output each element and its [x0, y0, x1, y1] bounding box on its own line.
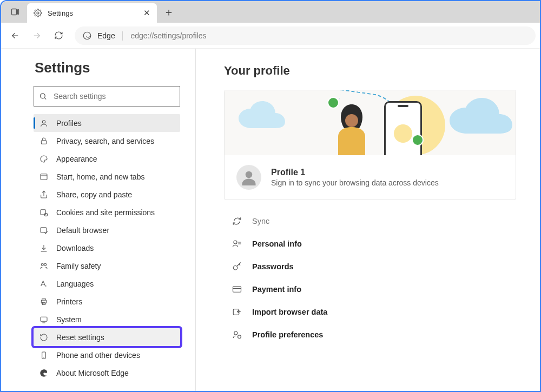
sidebar-item-appearance[interactable]: Appearance	[34, 150, 180, 168]
sidebar-item-reset-settings[interactable]: Reset settings	[34, 328, 180, 346]
page-title: Settings	[35, 59, 180, 76]
credit-card-icon	[232, 284, 242, 294]
lock-icon	[39, 137, 49, 145]
svg-point-17	[345, 114, 358, 127]
svg-rect-21	[233, 287, 241, 293]
sidebar-item-family[interactable]: Family safety	[34, 257, 180, 275]
sidebar-item-start[interactable]: Start, home, and new tabs	[34, 168, 180, 185]
profile-row[interactable]: Profile 1 Sign in to sync your browsing …	[225, 155, 516, 200]
tab-title: Settings	[48, 9, 73, 17]
family-icon	[39, 262, 49, 270]
svg-rect-7	[41, 174, 47, 180]
option-label: Sync	[252, 217, 269, 225]
svg-point-24	[238, 335, 241, 338]
sidebar-item-label: Start, home, and new tabs	[56, 172, 144, 181]
svg-point-20	[233, 266, 237, 270]
option-label: Profile preferences	[252, 330, 323, 339]
option-payment-info[interactable]: Payment info	[224, 278, 516, 301]
option-personal-info[interactable]: Personal info	[224, 232, 516, 255]
sidebar-item-label: Share, copy and paste	[56, 190, 132, 199]
download-icon	[39, 244, 49, 253]
new-tab-button[interactable]: ＋	[163, 5, 174, 19]
gear-icon	[34, 9, 42, 17]
back-button[interactable]	[5, 26, 25, 45]
refresh-button[interactable]	[49, 26, 68, 45]
sidebar-item-share[interactable]: Share, copy and paste	[34, 185, 180, 203]
search-icon	[39, 92, 47, 101]
profile-card: Profile 1 Sign in to sync your browsing …	[224, 90, 516, 200]
sidebar-item-default-browser[interactable]: Default browser	[34, 221, 180, 239]
sidebar-item-label: Reset settings	[56, 333, 104, 342]
sidebar-item-label: Downloads	[56, 244, 94, 253]
printer-icon	[39, 297, 49, 306]
svg-point-3	[83, 32, 91, 39]
svg-point-19	[234, 241, 237, 244]
svg-rect-15	[41, 317, 47, 321]
palette-icon	[39, 155, 49, 163]
sync-icon	[232, 216, 242, 226]
search-input[interactable]	[34, 86, 180, 107]
cookie-gear-icon	[39, 208, 49, 217]
phone-illustration	[384, 101, 422, 155]
option-passwords[interactable]: Passwords	[224, 255, 516, 278]
sidebar-item-privacy[interactable]: Privacy, search, and services	[34, 132, 180, 150]
browser-tab-settings[interactable]: Settings ✕	[27, 3, 157, 23]
option-sync[interactable]: Sync	[224, 210, 516, 232]
sidebar-item-label: About Microsoft Edge	[56, 369, 129, 377]
svg-point-5	[42, 120, 45, 123]
sidebar-item-label: System	[56, 315, 82, 324]
svg-point-4	[41, 94, 45, 98]
key-icon	[232, 262, 242, 271]
sync-badge-icon	[412, 134, 424, 146]
address-bar[interactable]: Edge │ edge://settings/profiles	[75, 26, 536, 45]
sidebar-item-printers[interactable]: Printers	[34, 293, 180, 310]
reset-icon	[39, 333, 49, 342]
sidebar-item-label: Privacy, search, and services	[56, 137, 154, 145]
option-profile-preferences[interactable]: Profile preferences	[224, 323, 516, 346]
svg-rect-14	[42, 302, 45, 304]
svg-rect-6	[41, 140, 46, 144]
svg-point-11	[41, 263, 43, 265]
tab-actions-icon[interactable]	[8, 4, 23, 19]
sidebar-item-label: Cookies and site permissions	[56, 208, 155, 217]
settings-panel: Your profile	[196, 49, 540, 391]
option-label: Passwords	[252, 262, 294, 271]
sidebar-item-system[interactable]: System	[34, 310, 180, 328]
browser-toolbar: Edge │ edge://settings/profiles	[1, 23, 540, 49]
option-label: Import browser data	[252, 308, 327, 316]
edge-swirl-icon	[82, 31, 92, 41]
profile-icon	[39, 119, 49, 128]
share-icon	[39, 190, 49, 199]
option-import-data[interactable]: Import browser data	[224, 301, 516, 323]
sidebar-item-label: Languages	[56, 280, 94, 288]
sidebar-item-downloads[interactable]: Downloads	[34, 239, 180, 257]
avatar	[236, 165, 261, 190]
hero-illustration	[225, 90, 516, 155]
phone-icon	[39, 351, 49, 360]
section-heading: Your profile	[224, 64, 540, 78]
svg-rect-0	[12, 9, 17, 15]
system-icon	[39, 315, 49, 324]
sidebar-item-about[interactable]: About Microsoft Edge	[34, 364, 180, 382]
settings-sidebar: Settings Profiles Privacy, search, and s…	[1, 49, 196, 391]
sidebar-item-label: Default browser	[56, 226, 109, 235]
window-icon	[39, 172, 49, 181]
sidebar-item-label: Printers	[56, 297, 82, 306]
svg-point-23	[234, 331, 237, 335]
import-icon	[232, 307, 242, 317]
profile-subtitle: Sign in to sync your browsing data acros…	[271, 178, 439, 187]
svg-rect-10	[41, 227, 47, 232]
sidebar-item-label: Phone and other devices	[56, 351, 140, 360]
close-icon[interactable]: ✕	[143, 8, 150, 18]
profile-options: Sync Personal info Passwords Payment inf…	[224, 210, 516, 346]
svg-rect-1	[18, 10, 19, 15]
sidebar-item-phone[interactable]: Phone and other devices	[34, 346, 180, 364]
sidebar-item-label: Appearance	[56, 155, 97, 163]
sidebar-item-profiles[interactable]: Profiles	[34, 114, 180, 132]
edge-logo-icon	[39, 369, 49, 377]
profile-gear-icon	[232, 330, 242, 340]
option-label: Payment info	[252, 285, 301, 294]
divider: │	[121, 31, 126, 40]
sidebar-item-cookies[interactable]: Cookies and site permissions	[34, 203, 180, 221]
sidebar-item-languages[interactable]: Languages	[34, 275, 180, 293]
